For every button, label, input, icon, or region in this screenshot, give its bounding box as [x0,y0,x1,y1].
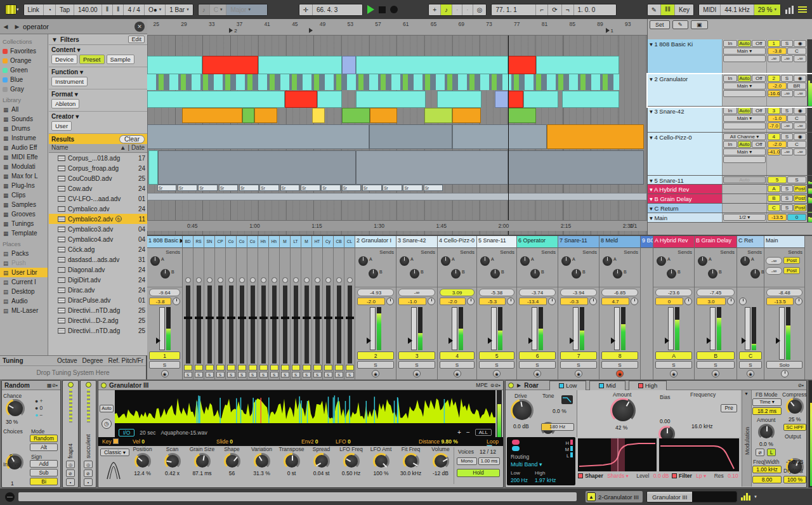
compress-knob[interactable] [786,398,804,416]
zoom-in-icon[interactable]: + [457,429,461,436]
pad-solo-button[interactable]: S [270,372,278,377]
midi-arrangement-overdub-icon[interactable]: ♪ [441,4,452,15]
volume-field[interactable]: -2.0 [768,141,787,148]
clip[interactable] [147,124,369,149]
param-knob[interactable] [164,453,181,469]
arm-button[interactable]: ◉ [413,370,421,377]
pad-name[interactable]: RS [193,236,204,248]
pad-out-field[interactable] [346,365,354,371]
tab-high[interactable]: High [629,381,667,390]
pan-field[interactable]: C [787,141,806,148]
device-on-led[interactable] [86,382,91,388]
filter-chip-sample[interactable]: Sample [107,55,134,64]
filter-group-label[interactable]: Format ▾ [51,91,145,98]
track-title[interactable]: ▾ 3 Snare-42 [648,107,723,132]
volume-fader[interactable] [779,307,785,360]
lock-icon[interactable]: ▣ [691,20,708,29]
chain-minimap[interactable] [692,492,737,502]
re-enable-automation-icon[interactable]: · [462,4,473,15]
place-item-desktop[interactable]: ▤Desktop [0,287,48,296]
send-c-field[interactable]: -∞ [794,148,806,155]
overdub-plus-icon[interactable]: + [429,4,441,15]
strip-name[interactable]: 9 B0 [641,236,653,248]
pad-fader[interactable] [337,285,341,364]
high-freq-value[interactable]: 1.97 kHz [535,477,556,483]
menu-icon[interactable] [798,6,807,13]
clip[interactable] [148,150,157,185]
pad-name[interactable]: CL [344,236,355,248]
beat-time-ruler[interactable]: 25293337414549535761656973778185899321 [147,19,647,36]
pad-name[interactable]: Cy [323,236,333,248]
output-value[interactable]: -7.0 dB [786,459,803,465]
punch-out-icon[interactable]: ¬ [562,4,574,15]
post-button[interactable]: Post [794,204,806,211]
send-b-field[interactable]: -∞ [781,148,794,155]
send-knob-a[interactable] [150,256,160,266]
solo-button[interactable]: S [781,133,794,140]
post-button[interactable]: Post [794,195,806,202]
volume-field[interactable]: -2.0 [357,298,385,305]
volume-field[interactable]: -13.4 [519,298,547,305]
clip[interactable] [182,108,242,123]
pad-pan-knob[interactable] [325,277,331,283]
fader-handle[interactable] [776,338,780,344]
fb-amount-value[interactable]: 0.0 % [759,441,773,447]
res-value[interactable]: 0.10 [728,473,738,479]
hot-swap-icon[interactable]: ⊘ [84,469,93,477]
pad-out-field[interactable] [238,365,246,371]
library-item-sounds[interactable]: ▦Sounds [0,114,48,124]
monitor-in-button[interactable]: In [723,40,737,47]
mode-select[interactable]: Classic ▾ [100,449,129,456]
pad-name[interactable]: BD [183,236,193,248]
pad-fader[interactable] [207,285,212,364]
solo-button[interactable]: S [781,75,794,82]
clip-name-tab[interactable]: Sr [178,185,197,191]
solo-button[interactable]: Solo [766,361,802,369]
return-number-button[interactable]: B [768,195,780,202]
track-title[interactable]: ▾ C Return [648,204,723,213]
file-row[interactable]: Cöck.adg24 [49,244,147,254]
pad-fader[interactable] [304,285,309,364]
arm-button[interactable]: ◉ [372,370,379,377]
level-value[interactable]: 0.0 dB [653,473,669,479]
pan-knob[interactable] [684,298,692,305]
library-item-modulati[interactable]: ▦Modulati [0,162,48,171]
loop-toggle-icon[interactable]: ⟳ [548,4,561,15]
solo-button[interactable]: S [560,361,597,369]
retrigger-time[interactable]: 1.00 ms [478,457,500,465]
clip[interactable] [158,150,356,185]
strip-name[interactable]: 8 Meld [599,236,640,248]
drywet-value[interactable]: 100 % [783,476,806,483]
all-button[interactable]: ALL [475,429,492,436]
library-item-drums[interactable]: ▦Drums [0,124,48,133]
track-number-button[interactable]: A [655,351,692,360]
collection-item-gray[interactable]: Gray [0,84,48,94]
tone-freq-slider[interactable]: 180 Hz [541,423,574,431]
modulation-collapse-icon[interactable]: ▼ [744,391,749,396]
file-row[interactable]: Corpus_froap.adg24 [49,163,147,173]
mod-lfo-field[interactable]: LFO 0 [336,438,351,445]
pad-fader[interactable] [348,285,352,364]
clip[interactable] [452,124,547,149]
mod-vel-field[interactable]: Vel 0 [133,438,145,445]
granulator-on-led[interactable] [101,383,107,388]
shaper-display[interactable] [578,438,657,471]
roar-on-led[interactable] [508,383,514,388]
file-row[interactable]: DiracPulse.adv01 [49,295,147,305]
pad-solo-button[interactable]: S [216,372,225,377]
file-row[interactable]: dasdasd...ads.adv31 [49,254,147,265]
track-title[interactable]: ▾ 5 Snare-11 [648,176,723,184]
volume-field[interactable]: 3.0 [697,298,726,305]
track-number-button[interactable]: 4 [440,351,475,360]
filter-display[interactable] [659,438,739,471]
pan-field[interactable]: C [787,48,806,55]
sign-add-button[interactable]: Add [30,460,58,468]
clip[interactable] [437,91,481,108]
device-chain-tab[interactable]: Granulator III [646,491,737,502]
fb-mode-select[interactable]: Time ▾ [752,398,782,406]
pan-knob[interactable] [428,298,435,305]
filters-collapse-icon[interactable]: ▼ [51,36,58,43]
sc-hpf-button[interactable]: SC HPF [783,424,806,431]
pad-solo-button[interactable]: S [227,372,235,377]
volume-field[interactable]: -1.0 [768,115,787,122]
